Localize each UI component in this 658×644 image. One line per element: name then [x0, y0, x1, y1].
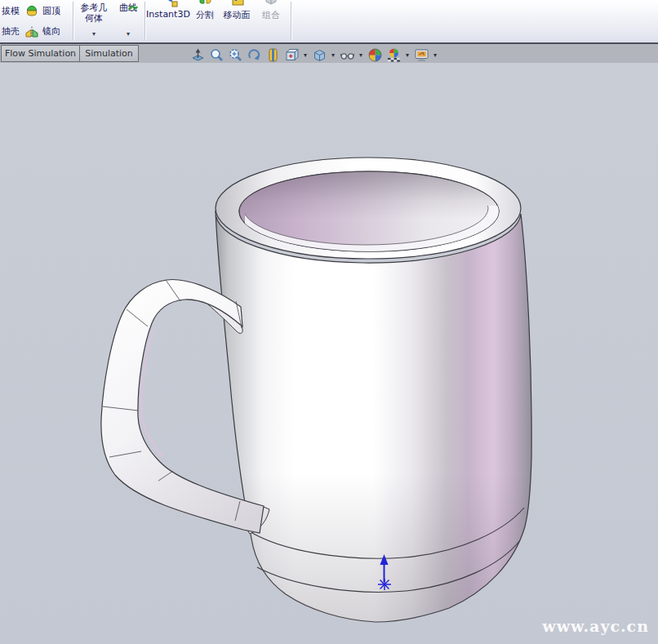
combine-label: 组合 [262, 9, 280, 21]
move-face-label: 移动面 [224, 9, 251, 21]
dropdown-caret[interactable]: ▾ [330, 51, 336, 59]
view-settings-button[interactable] [413, 47, 429, 63]
zoom-in-out-button[interactable] [227, 47, 243, 63]
features-toolbar: 拔模 抽壳 圆顶 镜向 参考几 何体 ▾ 曲线 ▾ [0, 0, 658, 44]
toolbar-separator [73, 2, 73, 40]
hide-show-items-icon [340, 47, 355, 63]
watermark: www.ayc.cn [542, 617, 649, 635]
shell-button[interactable]: 抽壳 [2, 26, 20, 37]
reference-geometry-button[interactable]: 参考几 何体 ▾ [76, 2, 112, 38]
mug-base-shading [216, 211, 531, 622]
toolbar-separator [291, 2, 291, 40]
move-face-button[interactable]: 移动面 [217, 0, 256, 24]
section-view-icon [265, 47, 281, 63]
dropdown-caret[interactable]: ▾ [302, 51, 309, 59]
graphics-viewport[interactable]: www.ayc.cn [0, 63, 658, 644]
view-orientation-button[interactable] [283, 47, 300, 63]
instant3d-button[interactable]: Instant3D [145, 0, 191, 24]
split-label: 分割 [196, 9, 214, 21]
chevron-down-icon[interactable]: ▾ [76, 31, 112, 38]
tab-flow-simulation[interactable]: Flow Simulation [1, 45, 80, 62]
split-button[interactable]: 分割 [191, 0, 219, 24]
curves-icon [128, 0, 138, 14]
dome-icon [24, 3, 39, 18]
tab-simulation[interactable]: Simulation [79, 45, 139, 62]
section-view-button[interactable] [265, 47, 281, 63]
view-settings-icon [414, 47, 429, 63]
rotate-view-icon [247, 47, 262, 63]
apply-scene-icon [386, 47, 402, 63]
mirror-label: 镜向 [42, 25, 60, 38]
view-orientation-icon [284, 47, 300, 63]
zoom-to-area-button[interactable] [208, 47, 225, 63]
dome-button[interactable]: 圆顶 [24, 3, 60, 18]
instant3d-label: Instant3D [146, 9, 190, 20]
mug-model[interactable] [0, 63, 658, 644]
zoom-in-out-icon [228, 47, 243, 63]
dropdown-caret[interactable]: ▾ [432, 51, 438, 59]
rotate-view-button[interactable] [246, 47, 262, 63]
edit-appearance-icon [367, 47, 383, 63]
dropdown-caret[interactable]: ▾ [358, 51, 364, 59]
hide-show-items-button[interactable] [339, 47, 355, 63]
reference-geometry-label-2: 何体 [85, 13, 103, 24]
combine-button[interactable]: 组合 [255, 0, 287, 24]
reference-geometry-label-1: 参考几 [81, 2, 108, 13]
edit-appearance-button[interactable] [367, 47, 383, 63]
dome-label: 圆顶 [42, 5, 60, 17]
zoom-to-area-icon [209, 47, 225, 63]
draft-button[interactable]: 拔模 [2, 6, 20, 16]
heads-up-view-toolbar: ▾▾▾▾▾ [189, 45, 438, 64]
display-style-icon [312, 47, 327, 63]
mirror-icon [24, 24, 39, 38]
zoom-to-fit-button[interactable] [189, 47, 206, 63]
chevron-down-icon[interactable]: ▾ [114, 31, 142, 38]
zoom-to-fit-icon [190, 47, 206, 63]
mirror-button[interactable]: 镜向 [24, 24, 60, 38]
dropdown-caret[interactable]: ▾ [404, 51, 411, 59]
apply-scene-button[interactable] [385, 47, 402, 63]
display-style-button[interactable] [311, 47, 327, 63]
